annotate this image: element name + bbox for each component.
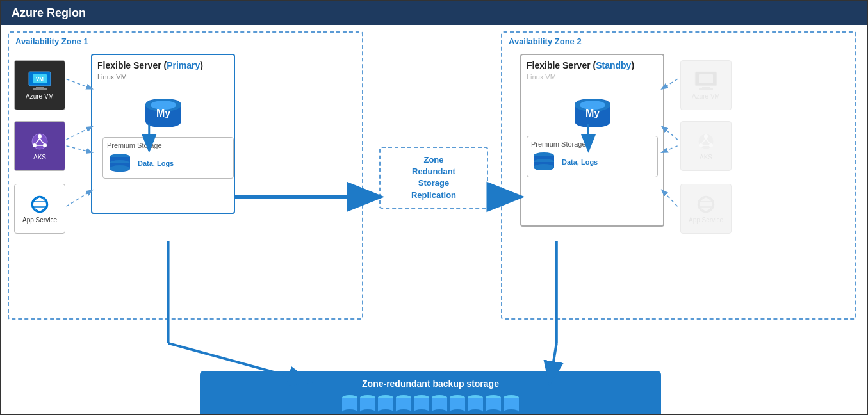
zone2-label: Availability Zone 2: [509, 37, 582, 46]
svg-point-35: [699, 143, 703, 147]
diagram-container: Azure Region Availability Zone 1 Availab…: [0, 0, 868, 415]
svg-rect-32: [699, 88, 713, 90]
right-aks-label: AKS: [700, 154, 712, 161]
zrs-label-box: Zone Redundant Storage Replication: [379, 147, 488, 209]
svg-point-36: [709, 143, 713, 147]
full-diagram: Availability Zone 1 Availability Zone 2 …: [1, 25, 867, 415]
azure-region-header: Azure Region: [1, 1, 867, 25]
right-app-service-box: App Service: [680, 184, 732, 234]
backup-title: Zone-redundant backup storage: [213, 378, 648, 389]
primary-linux-vm-label: Linux VM: [97, 73, 229, 81]
standby-storage-box: Premium Storage Data, Logs: [527, 136, 658, 177]
aks-icon: [28, 131, 52, 152]
svg-point-6: [38, 134, 42, 138]
left-app-service-label: App Service: [22, 216, 57, 224]
standby-mysql-icon: My: [527, 86, 658, 131]
right-vm-icon: [694, 70, 718, 91]
right-aks-box: AKS: [680, 121, 732, 171]
right-azure-vm-box: Azure VM: [680, 60, 732, 110]
backup-storage-box: Zone-redundant backup storage: [200, 371, 661, 415]
standby-linux-vm-label: Linux VM: [527, 73, 658, 81]
svg-point-7: [33, 143, 37, 147]
primary-mysql-icon: My: [97, 86, 229, 131]
svg-point-12: [32, 197, 47, 212]
svg-text:My: My: [156, 108, 170, 118]
vm-icon: VM: [28, 70, 52, 91]
primary-data-logs-label: Data, Logs: [138, 159, 174, 167]
primary-db-stack-icon: [107, 152, 133, 174]
svg-point-45: [342, 409, 357, 414]
right-vm-label: Azure VM: [692, 93, 720, 100]
backup-db-icons: [213, 393, 648, 415]
left-app-service-box[interactable]: App Service: [14, 184, 65, 234]
right-app-service-label: App Service: [689, 216, 723, 224]
left-aks-label: AKS: [33, 154, 46, 161]
right-app-service-icon: [694, 194, 718, 215]
svg-point-48: [360, 409, 375, 414]
standby-server-title: Flexible Server (Standby): [527, 60, 658, 70]
svg-rect-30: [699, 74, 713, 83]
svg-point-72: [504, 409, 519, 414]
azure-region-title: Azure Region: [12, 6, 86, 19]
svg-text:VM: VM: [36, 76, 44, 82]
primary-storage-box: Premium Storage Data, Logs: [102, 137, 234, 179]
app-service-icon: [28, 194, 52, 215]
primary-server-box: Flexible Server (Primary) Linux VM My Pr…: [91, 54, 235, 214]
left-azure-vm-box[interactable]: VM Azure VM: [14, 60, 65, 110]
left-aks-box[interactable]: AKS: [14, 121, 65, 171]
svg-point-54: [396, 409, 411, 414]
svg-point-51: [378, 409, 393, 414]
zrs-text: Zone Redundant Storage Replication: [387, 154, 480, 201]
mysql-icon-primary: My: [141, 86, 186, 131]
svg-point-57: [414, 409, 429, 414]
svg-point-63: [450, 409, 465, 414]
right-aks-icon: [694, 131, 718, 152]
svg-point-69: [486, 409, 501, 414]
primary-server-title: Flexible Server (Primary): [97, 60, 229, 70]
backup-cylinders: [341, 393, 520, 415]
standby-data-logs-label: Data, Logs: [562, 158, 598, 166]
svg-point-34: [704, 134, 708, 138]
svg-point-28: [534, 164, 554, 170]
svg-text:My: My: [585, 108, 599, 118]
standby-db-stack-icon: [531, 151, 557, 173]
mysql-icon-standby: My: [570, 86, 615, 131]
svg-point-66: [468, 409, 483, 414]
left-vm-label: Azure VM: [26, 93, 54, 100]
svg-rect-3: [33, 88, 47, 90]
svg-point-40: [698, 197, 714, 212]
svg-point-60: [432, 409, 447, 414]
standby-server-box: Flexible Server (Standby) Linux VM My Pr…: [520, 54, 664, 227]
zone1-label: Availability Zone 1: [15, 37, 88, 46]
svg-point-8: [43, 143, 47, 147]
svg-point-21: [110, 165, 130, 172]
